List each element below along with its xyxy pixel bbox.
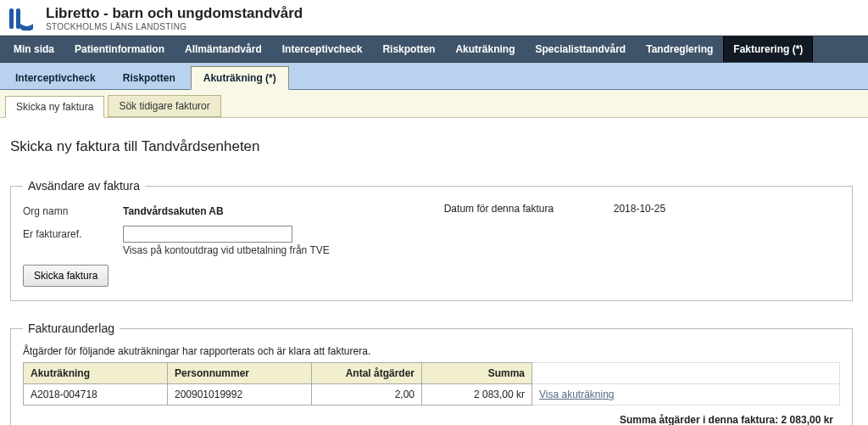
- send-invoice-button[interactable]: Skicka faktura: [23, 265, 108, 287]
- th-akutrakning: Akuträkning: [24, 363, 168, 384]
- total-label: Summa åtgärder i denna faktura:: [620, 414, 778, 425]
- cell-personnummer: 200901019992: [168, 384, 312, 405]
- subtab-interceptivcheck[interactable]: Interceptivcheck: [3, 67, 108, 89]
- ttab-sok-tidigare-fakturor[interactable]: Sök tidigare fakturor: [108, 95, 220, 117]
- nav-interceptivcheck[interactable]: Interceptivcheck: [272, 36, 373, 62]
- org-name-value: Tandvårdsakuten AB: [123, 203, 224, 217]
- app-title: Libretto - barn och ungdomstandvård: [46, 5, 303, 22]
- underlag-description: Åtgärder för följande akuträkningar har …: [23, 345, 840, 357]
- sender-legend: Avsändare av faktura: [23, 179, 145, 193]
- nav-specialisttandvard[interactable]: Specialisttandvård: [525, 36, 636, 62]
- invoice-date-label: Datum för denna faktura: [444, 203, 614, 215]
- app-subtitle: STOCKHOLMS LÄNS LANDSTING: [46, 22, 303, 31]
- ref-label: Er fakturaref.: [23, 226, 123, 240]
- main-nav: Min sida Patientinformation Allmäntandvå…: [0, 36, 868, 63]
- org-name-label: Org namn: [23, 203, 123, 217]
- cell-antal: 2,00: [312, 384, 422, 405]
- ref-hint: Visas på kontoutdrag vid utbetalning frå…: [123, 244, 330, 256]
- invoice-date-value: 2018-10-25: [614, 203, 665, 215]
- nav-allmantandvard[interactable]: Allmäntandvård: [175, 36, 272, 62]
- sender-fieldset: Avsändare av faktura Org namn Tandvårdsa…: [10, 179, 853, 301]
- th-personnummer: Personnummer: [168, 363, 312, 384]
- th-action: [532, 363, 840, 384]
- invoice-table: Akuträkning Personnummer Antal åtgärder …: [23, 362, 840, 405]
- page-content: Skicka ny faktura till Tandvårdsenheten …: [0, 118, 868, 425]
- nav-riskpotten[interactable]: Riskpotten: [372, 36, 445, 62]
- underlag-fieldset: Fakturaunderlag Åtgärder för följande ak…: [10, 322, 853, 425]
- view-akutrakning-link[interactable]: Visa akuträkning: [539, 389, 615, 400]
- cell-akutrakning: A2018-004718: [24, 384, 168, 405]
- total-line: Summa åtgärder i denna faktura: 2 083,00…: [23, 405, 840, 425]
- cell-summa: 2 083,00 kr: [422, 384, 532, 405]
- th-antal: Antal åtgärder: [312, 363, 422, 384]
- svg-rect-0: [9, 8, 14, 29]
- total-value: 2 083,00 kr: [782, 414, 833, 425]
- nav-patientinformation[interactable]: Patientinformation: [64, 36, 175, 62]
- nav-fakturering[interactable]: Fakturering (*): [723, 36, 813, 62]
- subtab-akutrakning[interactable]: Akuträkning (*): [191, 66, 289, 90]
- sub-nav: Interceptivcheck Riskpotten Akuträkning …: [0, 63, 868, 90]
- ttab-skicka-ny-faktura[interactable]: Skicka ny faktura: [5, 96, 104, 118]
- subtab-riskpotten[interactable]: Riskpotten: [111, 67, 187, 89]
- nav-akutrakning[interactable]: Akuträkning: [445, 36, 525, 62]
- nav-min-sida[interactable]: Min sida: [3, 36, 64, 62]
- page-heading: Skicka ny faktura till Tandvårdsenheten: [10, 138, 853, 155]
- th-summa: Summa: [422, 363, 532, 384]
- landsting-logo-icon: [7, 6, 37, 31]
- tertiary-nav: Skicka ny faktura Sök tidigare fakturor: [0, 90, 868, 118]
- table-row: A2018-004718 200901019992 2,00 2 083,00 …: [24, 384, 840, 405]
- nav-tandreglering[interactable]: Tandreglering: [636, 36, 723, 62]
- svg-rect-1: [16, 8, 20, 29]
- app-header: Libretto - barn och ungdomstandvård STOC…: [0, 0, 868, 36]
- ref-input[interactable]: [123, 226, 292, 243]
- underlag-legend: Fakturaunderlag: [23, 322, 120, 335]
